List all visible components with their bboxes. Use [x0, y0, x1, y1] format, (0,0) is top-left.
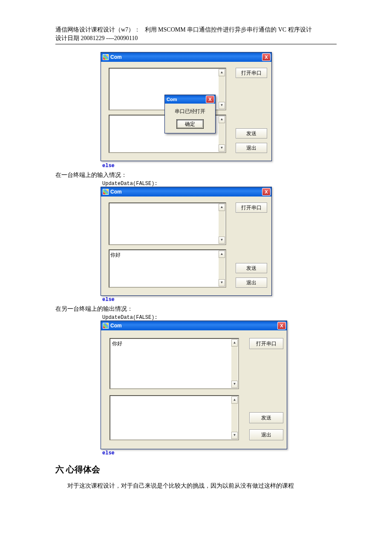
scroll-up-icon[interactable]: ▲ [219, 251, 225, 258]
scroll-up-icon[interactable]: ▲ [219, 204, 225, 211]
window-title: Com [110, 54, 262, 60]
open-port-button[interactable]: 打开串口 [236, 68, 267, 78]
body-paragraph: 对于这次课程设计，对于自己来说是个比较大的挑战，因为以前从没有做过这样的课程 [55, 481, 337, 491]
scroll-down-icon[interactable]: ▼ [219, 279, 225, 286]
scroll-track[interactable] [231, 404, 238, 432]
app-icon [103, 189, 109, 195]
open-port-button[interactable]: 打开串口 [249, 338, 283, 349]
header-date: 设计日期 20081229 ----20090110 [55, 34, 337, 43]
scroll-down-icon[interactable]: ▼ [231, 432, 238, 439]
send-text: 你好 [110, 252, 121, 258]
exit-button[interactable]: 退出 [236, 143, 267, 153]
scrollbar[interactable]: ▲ ▼ [219, 204, 225, 244]
window-title: Com [110, 189, 262, 195]
titlebar[interactable]: Com X [101, 187, 271, 197]
scrollbar[interactable]: ▲ ▼ [219, 116, 225, 152]
send-button[interactable]: 发送 [236, 263, 267, 273]
scroll-down-icon[interactable]: ▼ [219, 102, 225, 109]
send-textbox[interactable]: ▲ ▼ [110, 395, 239, 440]
header-title: 通信网络设计课程设计（w7）： 利用 MSCOMM 串口通信控件进行异步串行通信… [55, 26, 337, 34]
msgbox-titlebar[interactable]: Com X [165, 95, 215, 104]
scroll-up-icon[interactable]: ▲ [219, 69, 225, 76]
scrollbar[interactable]: ▲ ▼ [219, 251, 225, 286]
caption-input: 在一台终端上的输入情况： [55, 171, 337, 179]
msgbox-text: 串口已经打开 [165, 104, 215, 119]
scroll-down-icon[interactable]: ▼ [219, 145, 225, 152]
close-icon[interactable]: X [262, 188, 271, 196]
exit-button[interactable]: 退出 [236, 278, 267, 288]
send-button[interactable]: 发送 [249, 412, 283, 423]
receive-textbox[interactable]: ▲ ▼ [109, 202, 226, 245]
caption-output: 在另一台终端上的输出情况： [55, 305, 337, 313]
code-update: UpdateData(FALSE): [102, 181, 337, 187]
close-icon[interactable]: X [262, 53, 271, 61]
ok-button[interactable]: 确定 [176, 119, 204, 129]
receive-text: 你好 [111, 341, 123, 347]
receive-textbox[interactable]: 你好 ▲ ▼ [110, 338, 239, 389]
titlebar[interactable]: Com X [101, 321, 287, 330]
scroll-up-icon[interactable]: ▲ [231, 396, 238, 404]
page-header: 通信网络设计课程设计（w7）： 利用 MSCOMM 串口通信控件进行异步串行通信… [55, 26, 337, 44]
send-button[interactable]: 发送 [236, 128, 267, 139]
dialog-com-3: Com X 你好 ▲ ▼ ▲ [101, 321, 287, 449]
dialog-com-2: Com X ▲ ▼ 你好 ▲ [101, 187, 272, 296]
scrollbar[interactable]: ▲ ▼ [219, 69, 225, 109]
scrollbar[interactable]: ▲ ▼ [231, 339, 238, 388]
scrollbar[interactable]: ▲ ▼ [231, 396, 238, 439]
exit-button[interactable]: 退出 [249, 429, 283, 440]
scroll-down-icon[interactable]: ▼ [219, 237, 225, 244]
scroll-track[interactable] [219, 76, 225, 102]
titlebar[interactable]: Com X [101, 52, 271, 62]
window-title: Com [110, 323, 277, 329]
section-heading: 六 心得体会 [55, 464, 337, 475]
scroll-up-icon[interactable]: ▲ [231, 339, 238, 347]
app-icon [103, 54, 109, 60]
scroll-track[interactable] [231, 347, 238, 381]
code-update: UpdateData(FALSE): [102, 315, 337, 321]
code-else: else [102, 450, 115, 456]
app-icon [103, 323, 109, 329]
close-icon[interactable]: X [206, 95, 214, 103]
open-port-button[interactable]: 打开串口 [236, 202, 267, 213]
msgbox-title: Com [167, 97, 206, 102]
send-textbox[interactable]: 你好 ▲ ▼ [109, 249, 226, 288]
scroll-down-icon[interactable]: ▼ [231, 381, 238, 388]
close-icon[interactable]: X [277, 322, 286, 330]
scroll-track[interactable] [219, 258, 225, 279]
scroll-up-icon[interactable]: ▲ [219, 116, 225, 123]
scroll-track[interactable] [219, 211, 225, 237]
code-else: else [102, 297, 115, 303]
scroll-track[interactable] [219, 123, 225, 145]
code-else: else [102, 163, 115, 169]
message-box: Com X 串口已经打开 确定 [164, 95, 216, 133]
